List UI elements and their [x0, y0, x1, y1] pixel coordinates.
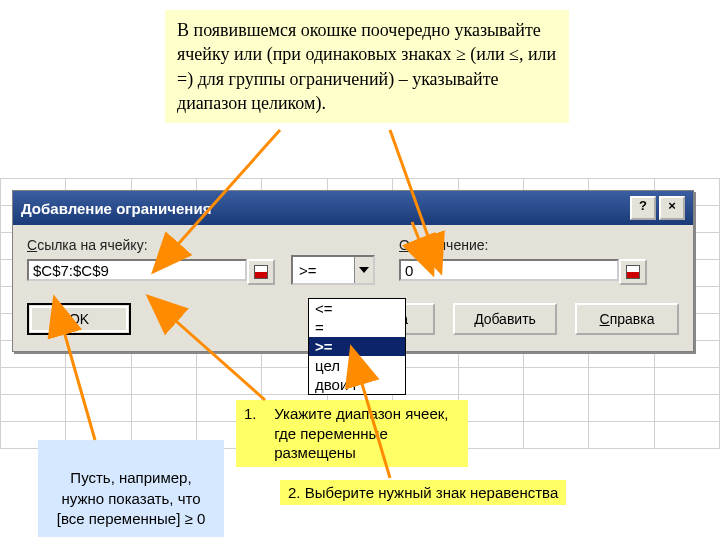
range-picker-button[interactable]	[247, 259, 275, 285]
dialog-titlebar[interactable]: Добавление ограничения ? ×	[13, 191, 693, 225]
dialog-title: Добавление ограничения	[21, 200, 211, 217]
add-button[interactable]: Добавить	[453, 303, 557, 335]
step1-label: 1. Укажите диапазон ячеек, где переменны…	[236, 400, 468, 467]
help-button[interactable]: Справка	[575, 303, 679, 335]
help-titlebar-button[interactable]: ?	[630, 196, 656, 220]
range-picker-icon	[626, 265, 640, 279]
operator-option-selected[interactable]: >=	[309, 337, 405, 356]
chevron-down-icon	[359, 267, 369, 273]
cell-ref-input[interactable]	[27, 259, 247, 281]
close-titlebar-button[interactable]: ×	[659, 196, 685, 220]
range-picker-icon	[254, 265, 268, 279]
cell-ref-label: Ссылка на ячейку:	[27, 237, 277, 253]
operator-option[interactable]: <=	[309, 299, 405, 318]
dropdown-arrow-button[interactable]	[354, 257, 373, 283]
range-picker-button-2[interactable]	[619, 259, 647, 285]
operator-select[interactable]: >=	[291, 255, 375, 285]
operator-option[interactable]: =	[309, 318, 405, 337]
explanation-callout: В появившемся окошке поочередно указывай…	[165, 10, 569, 123]
operator-option[interactable]: двоич	[309, 375, 405, 394]
constraint-label: Ограничение:	[399, 237, 649, 253]
example-callout: Пусть, например, нужно показать, что [вс…	[38, 440, 224, 537]
operator-dropdown-list[interactable]: <= = >= цел двоич	[308, 298, 406, 395]
explanation-text: В появившемся окошке поочередно указывай…	[177, 20, 556, 113]
ok-button[interactable]: OK	[27, 303, 131, 335]
operator-option[interactable]: цел	[309, 356, 405, 375]
operator-value: >=	[293, 262, 354, 279]
constraint-input[interactable]	[399, 259, 619, 281]
step2-label: 2. Выберите нужный знак неравенства	[280, 480, 566, 505]
